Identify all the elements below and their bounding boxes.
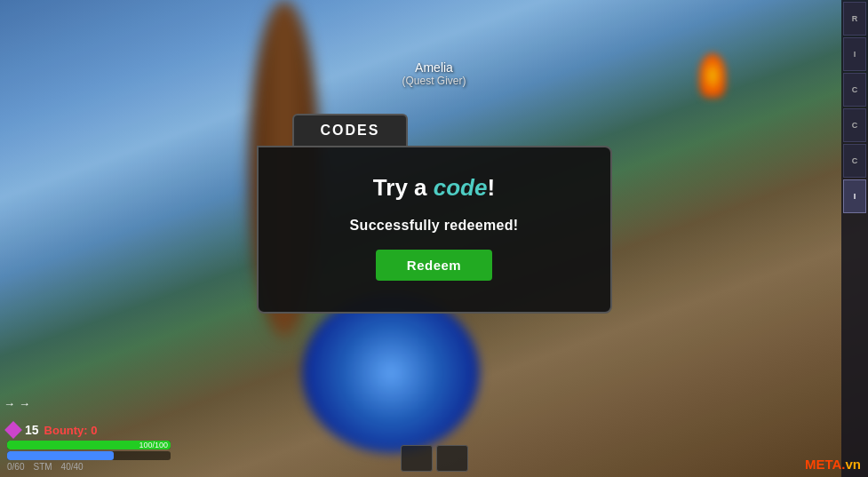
right-panel-item-2[interactable]: I	[843, 37, 866, 71]
diamond-icon	[4, 421, 22, 439]
hud-currency-row: 15 Bounty: 0	[7, 423, 171, 437]
right-panel-item-1[interactable]: R	[843, 2, 866, 36]
right-panel: R I C C C I	[841, 0, 868, 477]
stamina-label: STM	[33, 462, 52, 472]
watermark: META.vn	[805, 457, 861, 472]
health-bar-container: 100/100	[7, 441, 171, 449]
arrows-hud: → →	[4, 397, 30, 410]
health-bar-row: 100/100	[7, 441, 171, 449]
stamina-bar-container	[7, 451, 171, 460]
try-code-prefix: Try a	[373, 174, 434, 201]
try-code-heading: Try a code!	[294, 174, 575, 202]
arrow-right-icon: →	[4, 397, 15, 410]
health-bar-text: 100/100	[139, 441, 168, 449]
right-panel-item-5[interactable]: C	[843, 144, 866, 178]
success-message: Successfully redeemed!	[294, 218, 575, 234]
stamina-bar-fill	[7, 451, 114, 460]
watermark-meta: META	[805, 457, 841, 472]
hud-currency-value: 15	[25, 423, 39, 437]
codes-body: Try a code! Successfully redeemed! Redee…	[257, 146, 612, 314]
stamina-bar-row	[7, 451, 171, 460]
arrow-row-1: → →	[4, 397, 30, 410]
bottom-hud: 15 Bounty: 0 100/100 0/60 STM 40/40	[0, 417, 178, 477]
watermark-vn: vn	[845, 457, 861, 472]
right-panel-item-4[interactable]: C	[843, 108, 866, 142]
right-panel-item-6[interactable]: I	[843, 179, 866, 213]
bottom-bar-icons	[401, 445, 468, 472]
try-code-suffix: !	[487, 174, 495, 201]
redeem-button[interactable]: Redeem	[376, 250, 492, 281]
exp2-label: 40/40	[61, 462, 84, 472]
hud-stats: 0/60 STM 40/40	[7, 462, 171, 472]
codes-tab-label: CODES	[321, 123, 380, 138]
codes-modal: CODES Try a code! Successfully redeemed!…	[257, 114, 612, 314]
bottom-bar-icon-2[interactable]	[436, 445, 468, 472]
right-panel-item-3[interactable]: C	[843, 73, 866, 107]
exp-label: 0/60	[7, 462, 24, 472]
codes-tab[interactable]: CODES	[292, 114, 409, 146]
bottom-bar-icon-1[interactable]	[401, 445, 433, 472]
try-code-highlight: code	[434, 174, 488, 201]
hud-bounty: Bounty: 0	[44, 424, 98, 437]
arrow-right-icon-2: →	[19, 397, 30, 410]
